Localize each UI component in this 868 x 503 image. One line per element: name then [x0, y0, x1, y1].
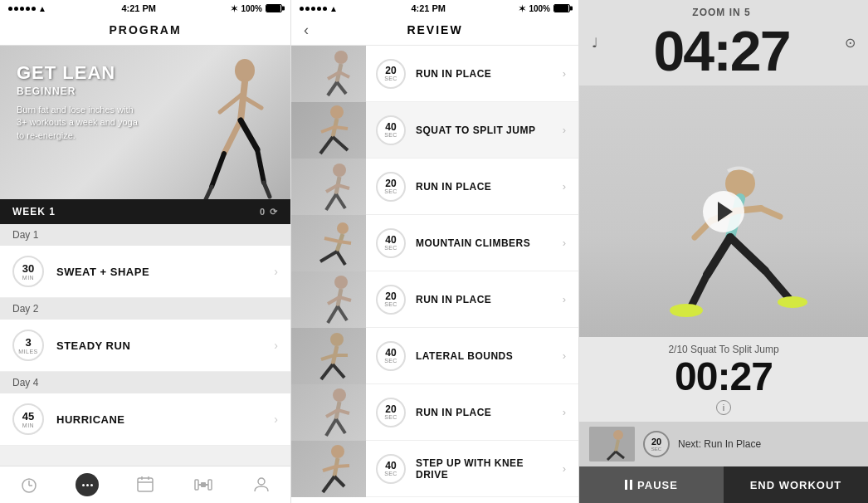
dot3	[90, 484, 93, 486]
review-timer-0: 20 SEC	[376, 59, 406, 89]
chevron-run: ›	[274, 339, 278, 352]
svg-point-64	[331, 445, 344, 458]
exercise-progress: 2/10 Squat To Split Jump	[592, 344, 856, 355]
thumb-figure-1	[291, 102, 366, 159]
program-panel: ▲ 4:21 PM ✶ 100% PROGRAM	[0, 0, 290, 503]
review-thumb-4	[291, 271, 366, 328]
program-header: PROGRAM	[0, 17, 290, 46]
svg-line-73	[690, 275, 707, 308]
info-button[interactable]: i	[716, 400, 731, 415]
svg-line-61	[336, 419, 345, 433]
review-timer-7: 40 SEC	[376, 454, 406, 484]
day-label-4: Day 4	[0, 372, 290, 393]
thumb-figure-4	[291, 271, 366, 328]
end-workout-button[interactable]: END WORKOUT	[724, 466, 868, 503]
review-timer-4: 20 SEC	[376, 285, 406, 315]
nav-more[interactable]	[76, 473, 99, 496]
status-left-review: ▲	[300, 4, 338, 13]
svg-line-33	[334, 127, 348, 129]
review-item-1[interactable]: 40 SEC SQUAT TO SPLIT JUMP ›	[291, 102, 578, 159]
review-title: REVIEW	[407, 23, 462, 37]
workout-panel: ♩ ZOOM IN 5 04:27 ⊙	[579, 0, 868, 503]
back-button[interactable]: ‹	[304, 22, 309, 39]
svg-line-51	[339, 297, 351, 300]
review-panel: ▲ 4:21 PM ✶ 100% ‹ REVIEW	[290, 0, 579, 503]
chevron-hurricane: ›	[274, 413, 278, 426]
svg-line-2	[224, 120, 241, 154]
svg-line-55	[333, 364, 344, 378]
svg-line-31	[333, 137, 348, 150]
workout-name-sweat: SWEAT + SHAPE	[56, 266, 274, 278]
svg-point-81	[778, 296, 807, 308]
review-timer-3: 40 SEC	[376, 228, 406, 258]
thumb-figure-5	[291, 328, 366, 384]
svg-point-46	[334, 276, 348, 289]
workout-name-run: STEADY RUN	[56, 339, 274, 352]
next-timer: 20 SEC	[643, 431, 670, 457]
music-icon[interactable]: ♩	[592, 35, 598, 51]
svg-line-45	[339, 242, 351, 243]
wifi-icon: ▲	[38, 4, 46, 13]
nav-timer[interactable]	[17, 473, 41, 496]
review-item-4[interactable]: 20 SEC RUN IN PLACE ›	[291, 271, 578, 328]
svg-line-72	[707, 237, 730, 275]
main-timer: 04:27	[654, 18, 790, 79]
workout-item-hurricane[interactable]: 45 MIN HURRICANE ›	[0, 393, 290, 446]
nav-calendar[interactable]	[134, 473, 157, 496]
thumb-figure-2	[291, 159, 366, 215]
review-thumb-2	[291, 159, 366, 215]
hero-description: Burn fat and lose inches with 3+ workout…	[17, 104, 141, 142]
svg-line-43	[337, 252, 345, 265]
countdown-timer: 00:27	[592, 357, 856, 397]
review-item-5[interactable]: 40 SEC LATERAL BOUNDS ›	[291, 328, 578, 384]
nav-profile[interactable]	[250, 473, 273, 496]
play-button[interactable]	[703, 191, 744, 232]
review-chevron-6: ›	[563, 406, 566, 418]
svg-point-83	[613, 430, 623, 440]
next-thumb-figure	[589, 427, 635, 461]
review-item-0[interactable]: 20 SEC RUN IN PLACE ›	[291, 46, 578, 102]
dot2	[86, 484, 89, 486]
review-exercise-name-5: LATERAL BOUNDS	[416, 350, 556, 362]
review-exercise-name-6: RUN IN PLACE	[416, 407, 556, 418]
status-left: ▲	[8, 4, 46, 13]
review-item-6[interactable]: 20 SEC RUN IN PLACE ›	[291, 384, 578, 441]
bottom-nav	[0, 466, 290, 503]
review-list: 20 SEC RUN IN PLACE › 40 SEC	[291, 46, 578, 503]
workout-video	[579, 85, 868, 337]
review-thumb-1	[291, 102, 366, 159]
timer-icon	[19, 475, 39, 495]
pause-button[interactable]: PAUSE	[579, 466, 724, 503]
lock-icon[interactable]: ⊙	[845, 35, 856, 51]
workout-item-run[interactable]: 3 MILES STEADY RUN ›	[0, 320, 290, 372]
review-timer-5: 40 SEC	[376, 341, 406, 371]
next-label: Next: Run In Place	[678, 438, 761, 450]
svg-point-28	[330, 105, 344, 119]
status-right-program: ✶ 100%	[231, 4, 282, 13]
review-item-7[interactable]: 40 SEC STEP UP WITH KNEE DRIVE ›	[291, 441, 578, 497]
battery-pct: 100%	[241, 4, 262, 13]
svg-line-1	[241, 82, 245, 120]
info-row: i	[592, 400, 856, 415]
calendar-icon	[135, 475, 155, 495]
workout-circle-run: 3 MILES	[12, 330, 44, 361]
thumb-figure-3	[291, 215, 366, 271]
svg-line-4	[220, 95, 241, 112]
thumb-figure-7	[291, 441, 366, 497]
end-label: END WORKOUT	[750, 479, 842, 491]
review-exercise-name-4: RUN IN PLACE	[416, 294, 556, 305]
svg-line-63	[338, 410, 349, 413]
hero-athlete-figure	[174, 54, 274, 199]
svg-line-37	[336, 194, 345, 208]
review-item-2[interactable]: 20 SEC RUN IN PLACE ›	[291, 159, 578, 215]
svg-line-54	[321, 364, 333, 379]
nav-workouts[interactable]	[192, 473, 215, 496]
svg-line-36	[326, 194, 336, 210]
day-label-1: Day 1	[0, 224, 290, 246]
week-count: 0	[260, 207, 266, 217]
status-time-review: 4:21 PM	[411, 3, 446, 13]
review-item-3[interactable]: 40 SEC MOUNTAIN CLIMBERS ›	[291, 215, 578, 271]
svg-point-80	[670, 304, 703, 317]
workout-item-sweat[interactable]: 30 MIN SWEAT + SHAPE ›	[0, 246, 290, 298]
review-exercise-name-3: MOUNTAIN CLIMBERS	[416, 237, 556, 249]
